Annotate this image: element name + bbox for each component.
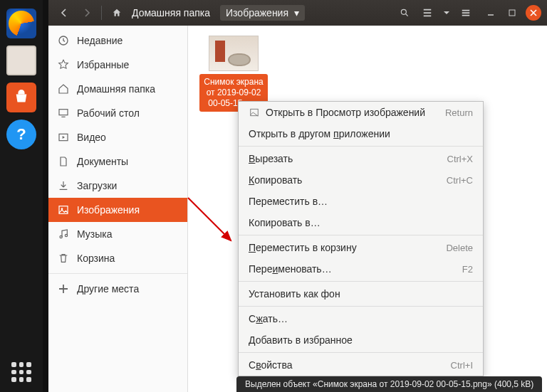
sidebar-item-label: Изображения bbox=[77, 204, 140, 216]
document-icon bbox=[57, 155, 70, 168]
ctx-accel: Delete bbox=[446, 243, 473, 253]
ctx-accel: Ctrl+X bbox=[447, 154, 473, 164]
sidebar-item-label: Видео bbox=[77, 132, 106, 143]
sidebar-item-home[interactable]: Домашняя папка bbox=[48, 77, 187, 101]
sidebar: Недавние Избранные Домашняя папка Рабочи… bbox=[48, 26, 188, 392]
ubuntu-dock: ? bbox=[0, 0, 43, 392]
ctx-label: Вырезать bbox=[249, 153, 293, 164]
sidebar-item-starred[interactable]: Избранные bbox=[48, 53, 187, 77]
ctx-label: Свойства bbox=[249, 359, 293, 371]
ctx-label: Установить как фон bbox=[249, 288, 340, 300]
ctx-open-viewer[interactable]: Открыть в Просмотр изображений Return bbox=[239, 102, 483, 123]
window-body: Недавние Избранные Домашняя папка Рабочи… bbox=[48, 26, 547, 392]
home-icon bbox=[112, 8, 122, 18]
sidebar-item-documents[interactable]: Документы bbox=[48, 149, 187, 174]
ctx-label: Добавить в избранное bbox=[249, 334, 353, 346]
sidebar-item-label: Корзина bbox=[77, 253, 115, 264]
titlebar: Домашняя папка Изображения ▾ bbox=[48, 0, 547, 26]
dock-show-apps-icon[interactable] bbox=[11, 362, 31, 382]
view-options-button[interactable] bbox=[440, 4, 453, 22]
dock-software-icon[interactable] bbox=[6, 83, 36, 112]
ctx-label: Сжать… bbox=[249, 313, 288, 324]
sidebar-item-recent[interactable]: Недавние bbox=[48, 28, 187, 53]
ctx-open-other[interactable]: Открыть в другом приложении bbox=[239, 123, 483, 144]
file-thumbnail bbox=[209, 36, 259, 71]
star-icon bbox=[57, 58, 70, 71]
ctx-label: Переместить в… bbox=[249, 196, 328, 207]
status-text: Выделен объект «Снимок экрана от 2019-09… bbox=[245, 379, 533, 389]
sidebar-item-other-locations[interactable]: Другие места bbox=[48, 277, 187, 301]
svg-point-0 bbox=[401, 9, 406, 14]
ctx-accel: F2 bbox=[462, 264, 473, 275]
ctx-accel: Return bbox=[445, 107, 473, 118]
dock-files-icon[interactable] bbox=[6, 46, 36, 75]
window-controls bbox=[483, 5, 541, 21]
context-menu: Открыть в Просмотр изображений Return От… bbox=[238, 101, 484, 376]
ctx-accel: Ctrl+I bbox=[451, 360, 473, 371]
window-close-button[interactable] bbox=[526, 5, 541, 21]
ctx-label: Открыть в Просмотр изображений bbox=[266, 107, 425, 118]
breadcrumb-current[interactable]: Изображения ▾ bbox=[220, 5, 305, 21]
image-icon bbox=[57, 203, 70, 216]
home-icon bbox=[57, 83, 70, 95]
view-list-button[interactable] bbox=[417, 4, 437, 22]
ctx-copy-to[interactable]: Копировать в… bbox=[239, 212, 483, 233]
ctx-copy[interactable]: Копировать Ctrl+C bbox=[239, 169, 483, 191]
video-icon bbox=[57, 131, 70, 144]
download-icon bbox=[57, 179, 70, 192]
window-maximize-button[interactable] bbox=[504, 5, 520, 21]
sidebar-item-label: Домашняя папка bbox=[77, 83, 155, 95]
ctx-label: Переименовать… bbox=[249, 263, 332, 275]
ctx-add-favorite[interactable]: Добавить в избранное bbox=[239, 329, 483, 351]
dock-help-icon[interactable]: ? bbox=[6, 120, 36, 149]
ctx-label: Копировать bbox=[249, 174, 302, 186]
nav-forward-button[interactable] bbox=[77, 4, 97, 22]
svg-point-8 bbox=[65, 234, 67, 236]
svg-rect-5 bbox=[59, 206, 68, 214]
sidebar-item-music[interactable]: Музыка bbox=[48, 222, 187, 246]
ctx-rename[interactable]: Переименовать… F2 bbox=[239, 258, 483, 280]
ctx-move-to[interactable]: Переместить в… bbox=[239, 191, 483, 212]
dock-firefox-icon[interactable] bbox=[6, 9, 36, 38]
desktop-icon bbox=[57, 107, 70, 120]
search-button[interactable] bbox=[395, 4, 415, 22]
image-icon bbox=[249, 107, 260, 118]
sidebar-item-label: Загрузки bbox=[77, 180, 117, 191]
sidebar-item-label: Избранные bbox=[77, 59, 129, 70]
window-minimize-button[interactable] bbox=[483, 5, 499, 21]
sidebar-item-desktop[interactable]: Рабочий стол bbox=[48, 101, 187, 125]
sidebar-item-trash[interactable]: Корзина bbox=[48, 246, 187, 270]
sidebar-item-pictures[interactable]: Изображения bbox=[48, 198, 187, 222]
file-item[interactable]: Снимок экрана от 2019-09-02 00-05-15.png bbox=[199, 36, 268, 112]
trash-icon bbox=[57, 252, 70, 265]
path-bar: Домашняя папка Изображения ▾ bbox=[106, 5, 311, 21]
svg-point-7 bbox=[60, 235, 62, 238]
status-bar: Выделен объект «Снимок экрана от 2019-09… bbox=[236, 376, 542, 392]
file-manager-window: Домашняя папка Изображения ▾ bbox=[48, 0, 547, 392]
annotation-arrow bbox=[184, 194, 241, 250]
clock-icon bbox=[57, 34, 70, 47]
svg-rect-1 bbox=[509, 10, 515, 16]
ctx-move-to-trash[interactable]: Переместить в корзину Delete bbox=[239, 237, 483, 258]
ctx-set-wallpaper[interactable]: Установить как фон bbox=[239, 283, 483, 304]
ctx-accel: Ctrl+C bbox=[447, 175, 473, 186]
hamburger-menu-button[interactable] bbox=[456, 4, 476, 22]
ctx-cut[interactable]: Вырезать Ctrl+X bbox=[239, 148, 483, 169]
sidebar-item-videos[interactable]: Видео bbox=[48, 125, 187, 149]
svg-rect-9 bbox=[251, 109, 259, 115]
ctx-compress[interactable]: Сжать… bbox=[239, 308, 483, 329]
sidebar-item-label: Другие места bbox=[77, 283, 139, 295]
ctx-label: Копировать в… bbox=[249, 217, 321, 228]
sidebar-item-label: Музыка bbox=[77, 228, 113, 240]
sidebar-item-downloads[interactable]: Загрузки bbox=[48, 174, 187, 198]
ctx-label: Открыть в другом приложении bbox=[249, 128, 390, 139]
svg-rect-3 bbox=[59, 110, 68, 115]
nav-back-button[interactable] bbox=[54, 4, 74, 22]
ctx-label: Переместить в корзину bbox=[249, 242, 357, 253]
content-area[interactable]: Снимок экрана от 2019-09-02 00-05-15.png… bbox=[188, 26, 547, 392]
plus-icon bbox=[57, 282, 70, 295]
sidebar-item-label: Недавние bbox=[77, 35, 123, 46]
music-icon bbox=[57, 228, 70, 240]
breadcrumb-home[interactable]: Домашняя папка bbox=[126, 5, 216, 21]
ctx-properties[interactable]: Свойства Ctrl+I bbox=[239, 354, 483, 376]
